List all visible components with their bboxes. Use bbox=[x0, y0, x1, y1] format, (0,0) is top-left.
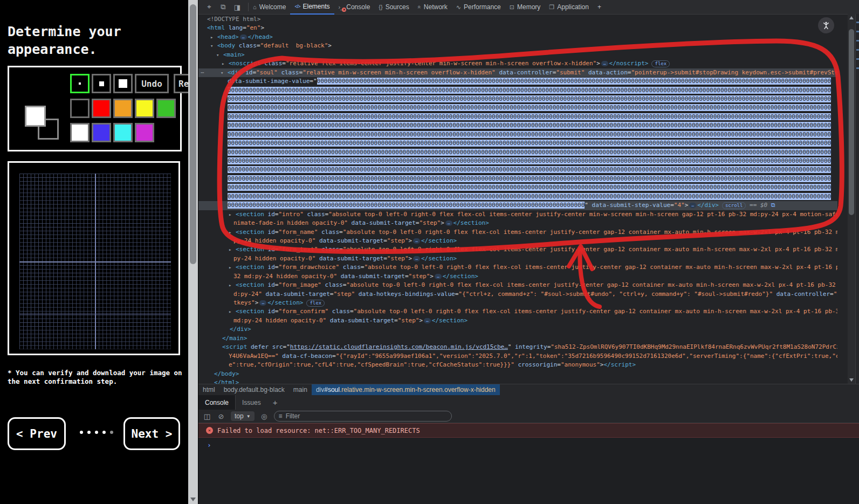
inspect-icon[interactable]: ⌖ bbox=[205, 3, 214, 11]
console-prompt[interactable]: › bbox=[198, 438, 859, 449]
tab-performance[interactable]: ∿Performance bbox=[452, 0, 505, 14]
brush-size-large-button[interactable] bbox=[113, 74, 133, 93]
clear-console-icon[interactable]: ⊘ bbox=[217, 412, 225, 420]
dom-tree-line[interactable]: 0000000000000000000000000000000000000000… bbox=[198, 130, 837, 139]
brush-size-medium-button[interactable] bbox=[92, 74, 111, 93]
color-swatch-r2-2[interactable] bbox=[113, 123, 133, 142]
dom-tree-line[interactable]: 0000000000000000000000000000000000000000… bbox=[198, 103, 837, 112]
dom-tree-line[interactable]: d:py-24" data-submit-target="step" data-… bbox=[198, 290, 837, 299]
dom-tree-line[interactable]: 0000000000000000000000000000000000000000… bbox=[198, 183, 837, 192]
dom-tree-line[interactable]: py-24 hidden opacity-0" data-submit-targ… bbox=[198, 237, 837, 245]
dom-tree-line[interactable]: 0000000000000000000000000000000000000000… bbox=[198, 86, 837, 95]
breadcrumb-item[interactable]: main bbox=[289, 386, 312, 393]
line-gutter-dots[interactable]: ⋯ bbox=[201, 68, 204, 77]
dom-tree-line[interactable]: 0000000000000000000000000000000000000000… bbox=[198, 175, 837, 183]
page-scrollbar-down-arrow[interactable] bbox=[190, 498, 196, 501]
dom-tree-line[interactable]: </main> bbox=[198, 334, 837, 343]
dom-tree-line[interactable]: <script defer src="https://static.cloudf… bbox=[198, 343, 837, 351]
add-drawer-tab-button[interactable]: + bbox=[267, 398, 283, 407]
dom-tree-line[interactable]: data-submit-image-value="000000000000000… bbox=[198, 77, 837, 86]
expand-ellipsis-badge[interactable]: … bbox=[240, 34, 247, 40]
layout-badge[interactable]: scroll bbox=[722, 202, 746, 209]
expand-ellipsis-badge[interactable]: … bbox=[445, 220, 452, 226]
eye-icon[interactable]: ◎ bbox=[260, 412, 269, 420]
dom-tree-line[interactable]: ▸<section id="form_name" class="absolute… bbox=[198, 228, 837, 237]
color-swatch-r2-0[interactable] bbox=[70, 123, 90, 142]
dom-tree-line[interactable]: </div> bbox=[198, 325, 837, 334]
color-swatch-r1-4[interactable] bbox=[156, 99, 176, 118]
dom-tree-line[interactable]: 0000000000000000000000000000000000000000… bbox=[198, 95, 837, 103]
redo-button[interactable]: Re bbox=[174, 74, 188, 93]
console-sidebar-icon[interactable]: ◫ bbox=[203, 412, 211, 420]
dom-tree-line[interactable]: ⋯▾<div id="soul" class="relative min-w-s… bbox=[198, 68, 837, 77]
dom-tree-line[interactable]: ▾<body class="default bg-black"> bbox=[198, 42, 837, 50]
javascript-context-dropdown[interactable]: top ▼ bbox=[231, 411, 255, 421]
dom-tree-line[interactable]: nimate-fade-in hidden opacity-0" data-su… bbox=[198, 219, 837, 227]
dom-tree-line[interactable]: <!DOCTYPE html> bbox=[198, 15, 837, 24]
layout-badge[interactable]: flex bbox=[306, 300, 325, 307]
dom-tree-line[interactable]: md:py-24 hidden opacity-0" data-submit-t… bbox=[198, 316, 837, 325]
dom-tree-line[interactable]: ▸<section id="form_image" class="absolut… bbox=[198, 281, 837, 289]
dom-tree-line[interactable]: ▸<noscript class="relative flex items-ce… bbox=[198, 59, 837, 68]
dom-tree-line[interactable]: py-24 hidden opacity-0" data-submit-targ… bbox=[198, 254, 837, 263]
elements-scrollbar-up-arrow[interactable] bbox=[849, 16, 854, 19]
accessibility-icon[interactable] bbox=[818, 17, 834, 33]
layout-badge[interactable]: flex bbox=[651, 60, 670, 67]
expand-ellipsis-badge[interactable]: … bbox=[689, 203, 696, 208]
expand-ellipsis-badge[interactable]: … bbox=[413, 256, 420, 261]
dom-tree-line[interactable]: <html lang="en"> bbox=[198, 24, 837, 32]
tab-network[interactable]: «Network bbox=[414, 0, 452, 14]
dom-tree-line[interactable]: </body> bbox=[198, 370, 837, 378]
dom-tree-line[interactable]: 0000000000000000000000000000000000000000… bbox=[198, 201, 837, 210]
color-swatch-r1-0[interactable] bbox=[70, 99, 90, 118]
tab-memory[interactable]: ⊡Memory bbox=[505, 0, 545, 14]
dom-tree-line[interactable]: ▸<section id="form_drawchoice" class="ab… bbox=[198, 263, 837, 272]
console-error-row[interactable]: ✕ Failed to load resource: net::ERR_TOO_… bbox=[198, 423, 859, 438]
dom-tree-line[interactable]: ▸<head>…</head> bbox=[198, 33, 837, 42]
page-scrollbar-thumb[interactable] bbox=[190, 4, 196, 264]
color-swatch-r1-1[interactable] bbox=[92, 99, 111, 118]
dom-tree-line[interactable]: 0000000000000000000000000000000000000000… bbox=[198, 113, 837, 121]
console-filter-input[interactable]: ≡ Filter bbox=[274, 411, 452, 422]
expand-ellipsis-badge[interactable]: … bbox=[601, 61, 608, 66]
undo-button[interactable]: Undo bbox=[135, 74, 169, 93]
tab-welcome[interactable]: ⌂Welcome bbox=[249, 0, 290, 14]
elements-scrollbar[interactable] bbox=[848, 14, 855, 384]
dom-tree-line[interactable]: 0000000000000000000000000000000000000000… bbox=[198, 121, 837, 130]
tab-sources[interactable]: {}Sources bbox=[374, 0, 413, 14]
expand-ellipsis-badge[interactable]: … bbox=[424, 318, 431, 323]
console-drawer-tab-issues[interactable]: Issues bbox=[236, 395, 267, 410]
dom-tree-line[interactable]: ▸<section id="form_confirm" class="absol… bbox=[198, 307, 837, 316]
next-button[interactable]: Next > bbox=[123, 417, 180, 450]
dom-tree-line[interactable]: 0000000000000000000000000000000000000000… bbox=[198, 165, 837, 174]
elements-scrollbar-down-arrow[interactable] bbox=[849, 378, 854, 382]
color-swatch-r2-1[interactable] bbox=[92, 123, 111, 142]
expand-ellipsis-badge[interactable]: … bbox=[435, 274, 442, 279]
dom-tree-line[interactable]: e":true,"cfOrigin":true,"cfL4":true,"cfS… bbox=[198, 361, 837, 369]
brush-size-small-button[interactable] bbox=[70, 74, 90, 93]
dom-tree-line[interactable]: ▸<section id="form_text" class="absolute… bbox=[198, 245, 837, 254]
dom-tree-line[interactable]: ▾<main> bbox=[198, 51, 837, 59]
dock-side-icon[interactable]: ◨ bbox=[233, 3, 242, 11]
dom-tree-line[interactable]: 0000000000000000000000000000000000000000… bbox=[198, 139, 837, 148]
pixel-drawing-grid[interactable] bbox=[19, 174, 171, 349]
color-swatch-r2-3[interactable] bbox=[135, 123, 154, 142]
color-swatch-r1-3[interactable] bbox=[135, 99, 154, 118]
dom-tree-line[interactable]: 0000000000000000000000000000000000000000… bbox=[198, 192, 837, 201]
expand-ellipsis-badge[interactable]: … bbox=[259, 300, 266, 306]
device-toolbar-icon[interactable]: ⧉ bbox=[219, 3, 228, 11]
breadcrumb-item-selected[interactable]: div#soul.relative.min-w-screen.min-h-scr… bbox=[312, 384, 500, 395]
primary-color-indicator[interactable] bbox=[25, 106, 46, 127]
dom-tree-line[interactable]: ▸<section id="intro" class="absolute top… bbox=[198, 210, 837, 219]
dom-tree-line[interactable]: 0000000000000000000000000000000000000000… bbox=[198, 148, 837, 157]
tab-application[interactable]: ❐Application bbox=[545, 0, 593, 14]
dom-tree-line[interactable]: tkeys">…</section>flex bbox=[198, 299, 837, 307]
dom-tree-line[interactable]: Y4U6VaAw1EQ==" data-cf-beacon="{"rayId":… bbox=[198, 352, 837, 361]
elements-scrollbar-thumb[interactable] bbox=[849, 29, 854, 215]
tab-elements[interactable]: </>Elements bbox=[290, 0, 334, 15]
breadcrumb-item[interactable]: html bbox=[198, 386, 219, 393]
page-scrollbar[interactable] bbox=[188, 0, 198, 504]
dom-tree-line[interactable]: 32 md:py-24 hidden opacity-0" data-submi… bbox=[198, 272, 837, 281]
expand-ellipsis-badge[interactable]: … bbox=[413, 238, 420, 244]
color-swatch-r1-2[interactable] bbox=[113, 99, 133, 118]
